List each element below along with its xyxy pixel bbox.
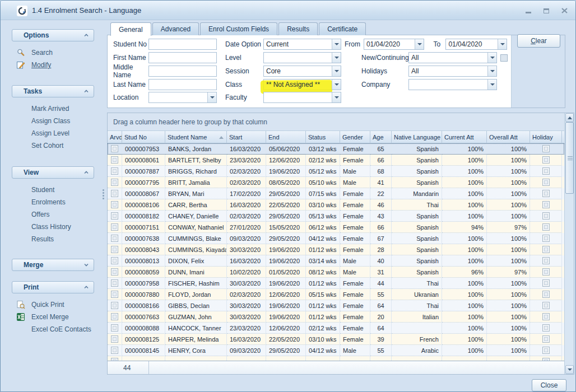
chevron-down-icon[interactable] xyxy=(207,92,216,102)
sidebar-item-excel-coe-contacts[interactable]: Excel CoE Contacts xyxy=(12,323,94,335)
group-by-band[interactable]: Drag a column header here to group by th… xyxy=(108,113,564,131)
arvd-checkbox[interactable] xyxy=(111,313,118,320)
column-header-current-att[interactable]: Current Att xyxy=(442,131,487,143)
faculty-select[interactable] xyxy=(263,92,341,103)
table-row[interactable]: 0000008059DUNN, Imani10/02/202001/05/202… xyxy=(108,267,564,278)
close-button[interactable]: Close xyxy=(532,379,566,391)
tab-general[interactable]: General xyxy=(110,22,151,36)
column-header-overall-att[interactable]: Overall Att xyxy=(487,131,530,143)
table-row[interactable]: 0000007663GUZMAN, John30/03/202019/06/20… xyxy=(108,311,564,323)
arvd-checkbox[interactable] xyxy=(111,235,118,242)
arvd-checkbox[interactable] xyxy=(111,190,118,197)
sidebar-item-offers[interactable]: Offers xyxy=(12,208,94,221)
arvd-checkbox[interactable] xyxy=(111,156,118,164)
arvd-checkbox[interactable] xyxy=(111,302,118,309)
level-select[interactable] xyxy=(263,52,341,63)
holiday-checkbox[interactable] xyxy=(542,246,550,253)
to-date-select[interactable]: 01/04/2020 xyxy=(445,39,507,50)
middle-name-input[interactable] xyxy=(148,66,217,77)
sidebar-item-results[interactable]: Results xyxy=(12,233,94,245)
column-header-start[interactable]: Start xyxy=(227,131,266,143)
chevron-down-icon[interactable] xyxy=(487,80,496,90)
table-row[interactable]: 0000008166GIBBS, Declan30/03/202019/06/2… xyxy=(108,300,564,311)
arvd-checkbox[interactable] xyxy=(111,201,118,208)
minimize-button[interactable] xyxy=(524,7,533,15)
holiday-checkbox[interactable] xyxy=(542,156,550,164)
table-row[interactable]: 0000008043CUMMINGS, Kiayada30/03/202019/… xyxy=(108,244,564,255)
sidebar-item-enrolments[interactable]: Enrolments xyxy=(12,196,94,208)
tab-enrol-custom-fields[interactable]: Enrol Custom Fields xyxy=(200,22,277,35)
tab-results[interactable]: Results xyxy=(278,22,318,35)
column-header-gender[interactable]: Gender xyxy=(340,131,370,143)
vertical-scrollbar[interactable] xyxy=(564,113,574,374)
arvd-checkbox[interactable] xyxy=(111,145,118,152)
session-select[interactable]: Core xyxy=(263,66,341,77)
table-row[interactable]: 0000008106CARR, Bertha16/03/202022/05/20… xyxy=(108,199,564,211)
sidebar-item-excel-merge[interactable]: Excel Merge xyxy=(12,311,94,323)
location-select[interactable] xyxy=(148,92,217,103)
holiday-checkbox[interactable] xyxy=(542,324,550,332)
new-continuing-checkbox[interactable] xyxy=(500,54,508,62)
from-date-select[interactable]: 01/04/2020 xyxy=(364,39,425,50)
arvd-checkbox[interactable] xyxy=(111,223,118,231)
holiday-checkbox[interactable] xyxy=(542,201,550,208)
column-header-student-name[interactable]: Student Name xyxy=(165,131,227,143)
new-continuing-select[interactable]: All xyxy=(408,52,497,63)
column-header-native-language[interactable]: Native Language xyxy=(392,131,442,143)
arvd-checkbox[interactable] xyxy=(111,246,118,253)
column-header-age[interactable]: Age xyxy=(370,131,392,143)
arvd-checkbox[interactable] xyxy=(111,291,118,298)
scrollbar-thumb[interactable] xyxy=(565,122,574,194)
arvd-checkbox[interactable] xyxy=(111,179,118,186)
table-row[interactable]: 0000008061BARTLETT, Shelby23/03/202012/0… xyxy=(108,155,564,166)
holiday-checkbox[interactable] xyxy=(542,279,550,287)
chevron-down-icon[interactable] xyxy=(498,39,507,49)
clear-button[interactable]: Clear xyxy=(517,34,560,48)
scrollbar-down-button[interactable] xyxy=(565,365,574,374)
table-row[interactable]: 0000007638CUMMINGS, Blake09/03/202029/05… xyxy=(108,233,564,244)
table-row[interactable]: 0000008013DIXON, Felix16/03/202019/06/20… xyxy=(108,255,564,267)
scrollbar-up-button[interactable] xyxy=(565,113,574,122)
sidebar-splitter[interactable] xyxy=(101,188,105,202)
holiday-checkbox[interactable] xyxy=(542,268,550,276)
chevron-down-icon[interactable] xyxy=(332,80,341,90)
column-header-status[interactable]: Status xyxy=(306,131,340,143)
holiday-checkbox[interactable] xyxy=(542,302,550,309)
sidebar-item-modify[interactable]: Modify xyxy=(12,59,94,71)
chevron-down-icon[interactable] xyxy=(487,66,496,76)
sidebar-item-set-cohort[interactable]: Set Cohort xyxy=(12,139,94,152)
holiday-checkbox[interactable] xyxy=(542,235,550,242)
class-select[interactable]: ** Not Assigned ** xyxy=(263,79,341,90)
holiday-checkbox[interactable] xyxy=(542,212,550,220)
table-row[interactable]: 0000007151CONWAY, Nathaniel27/01/202015/… xyxy=(108,222,564,233)
holiday-checkbox[interactable] xyxy=(542,347,550,354)
arvd-checkbox[interactable] xyxy=(111,324,118,332)
titlebar[interactable]: 1.4 Enrolment Search - Language xyxy=(1,1,575,20)
column-header-arvd[interactable]: Arvd xyxy=(108,131,122,143)
table-row[interactable]: 0000008145HENRY, Cora09/03/202029/05/202… xyxy=(108,345,564,356)
sidebar-header-merge[interactable]: Merge xyxy=(12,259,94,271)
sidebar-header-view[interactable]: View xyxy=(12,166,94,179)
tab-advanced[interactable]: Advanced xyxy=(152,22,199,35)
table-row[interactable] xyxy=(108,356,564,361)
column-header-holiday[interactable]: Holiday xyxy=(530,131,562,143)
table-row[interactable]: 0000008125HARPER, Melinda16/03/202022/05… xyxy=(108,334,564,345)
arvd-checkbox[interactable] xyxy=(111,167,118,175)
date-option-select[interactable]: Current xyxy=(263,39,341,50)
sidebar-item-quick-print[interactable]: Quick Print xyxy=(12,298,94,311)
table-row[interactable]: 0000008088HANCOCK, Tanner23/03/202012/06… xyxy=(108,323,564,334)
table-row[interactable]: 0000007953BANKS, Jordan16/03/202005/06/2… xyxy=(108,143,564,155)
sidebar-header-tasks[interactable]: Tasks xyxy=(12,85,94,97)
table-row[interactable]: 0000007887BRIGGS, Richard02/03/202019/06… xyxy=(108,166,564,177)
holiday-checkbox[interactable] xyxy=(542,335,550,343)
table-row[interactable]: 0000007880FLOYD, Jordan02/03/202012/06/2… xyxy=(108,289,564,300)
sidebar-item-assign-class[interactable]: Assign Class xyxy=(12,115,94,127)
column-header-end[interactable]: End xyxy=(266,131,306,143)
maximize-button[interactable] xyxy=(542,7,551,15)
holiday-checkbox[interactable] xyxy=(542,223,550,231)
chevron-down-icon[interactable] xyxy=(332,53,341,63)
sidebar-item-assign-level[interactable]: Assign Level xyxy=(12,127,94,139)
table-row[interactable]: 0000008182CHANEY, Danielle02/03/202029/0… xyxy=(108,211,564,222)
sidebar-item-search[interactable]: Search xyxy=(12,46,94,59)
holidays-select[interactable]: All xyxy=(408,66,497,77)
